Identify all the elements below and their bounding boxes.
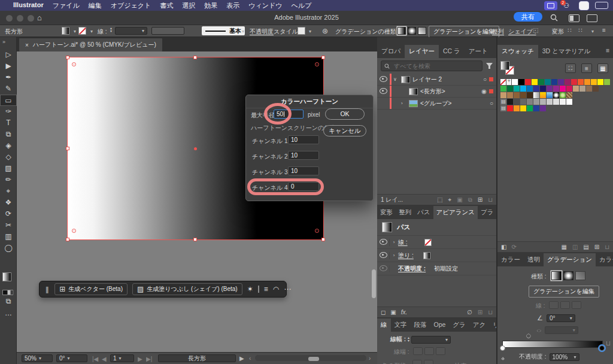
panel-tab[interactable]: CC ラ [439,45,465,58]
brush-definition-field[interactable]: 基本 [202,26,245,35]
color-swatch[interactable] [525,79,531,85]
color-swatch[interactable] [579,86,585,92]
panel-tab[interactable]: 変形 [377,206,396,219]
display-menu-icon[interactable] [595,2,608,9]
width-profile-field[interactable] [151,27,184,35]
arc-icon[interactable]: ◠ [273,285,279,293]
taskbar-menu-icon[interactable]: ≡ [264,285,268,293]
add-effect-icon[interactable]: fx. [401,309,408,316]
color-swatch[interactable] [566,86,572,92]
rotate-tool[interactable]: ⟳ [0,208,17,220]
menu-item[interactable]: 編集 [89,1,102,10]
color-swatch[interactable] [553,92,559,98]
panel-layout-icon[interactable] [587,14,597,22]
color-swatch[interactable] [547,86,553,92]
menu-item[interactable]: 表示 [226,1,239,10]
channel-field[interactable]: 10 [288,151,319,160]
color-swatch[interactable] [545,79,551,85]
style-swatch[interactable] [298,27,305,35]
delete-item-icon[interactable]: ⊔ [488,309,493,316]
new-swatch-icon[interactable]: ⊞ [594,244,599,250]
swatch-options-icon[interactable]: ◫ [572,244,578,250]
generate-vector-button[interactable]: ⊞生成ベクター (Beta) [54,283,128,295]
menu-item[interactable]: オブジェクト [111,1,151,10]
color-swatch[interactable] [560,99,566,105]
panel-tab[interactable]: 段落 [411,318,430,332]
stroke-along-button[interactable] [560,301,570,309]
color-swatch[interactable] [527,105,533,111]
color-swatch[interactable] [514,86,520,92]
align-link[interactable]: 整列 [492,28,504,36]
panel-tab[interactable]: スウォッチ [497,45,538,58]
color-swatch[interactable] [520,86,526,92]
expand-toolbar-icon[interactable]: » [0,37,16,47]
menu-item[interactable]: ウィンドウ [248,1,282,10]
status-display-field[interactable]: 長方形 [158,354,236,362]
opacity-row-label[interactable]: 不透明度 : [398,265,426,273]
miter-join-button[interactable] [412,360,422,364]
zoom-level-field[interactable]: 50%▾ [22,354,53,362]
clear-appearance-icon[interactable]: ∅ [467,309,472,316]
toolbar-fill-swatch[interactable] [2,272,11,281]
projecting-cap-button[interactable] [436,347,445,355]
appearance-fill-row[interactable]: › 塗り : [377,249,496,262]
panel-tab[interactable]: レイヤー [405,45,439,58]
grid-view-icon[interactable]: ▦ [597,63,608,73]
artboard-number-field[interactable]: 1▾ [110,354,134,362]
collect-export-icon[interactable]: ⬚ [437,196,442,204]
expand-chevron-icon[interactable]: ∨ [393,77,401,82]
visibility-eye-icon[interactable] [377,239,390,246]
horizontal-scrollbar-thumb[interactable] [308,357,319,361]
stroke-width-stepper[interactable]: ▴▾ [408,336,409,342]
aspect-ratio-field[interactable]: ▾ [545,326,578,334]
pen-tool[interactable]: ✒ [0,72,17,83]
shape-builder-tool[interactable]: ◇ [0,151,17,163]
expand-chevron-icon[interactable]: › [390,239,398,245]
color-swatch[interactable] [578,79,584,85]
panel-tab[interactable]: 整列 [396,206,414,219]
target-circle-icon[interactable]: ○ [483,76,487,83]
color-swatch[interactable] [507,105,513,111]
color-swatch[interactable] [514,105,520,111]
arrange-icon[interactable]: ∷ [578,27,582,34]
handle-top-right[interactable] [321,56,325,59]
menu-item[interactable]: ヘルプ [292,1,312,10]
layer-name[interactable]: <グループ> [420,99,451,108]
color-swatch[interactable] [500,86,506,92]
panel-tab[interactable]: カラーガイ [596,253,613,266]
taskbar-drag-handle[interactable]: ❚ [44,286,50,293]
handle-bottom-center[interactable] [193,238,197,241]
stroke-none-swatch[interactable] [424,239,432,246]
next-artboard-icon[interactable]: ▶ [138,356,142,362]
layer-name[interactable]: レイヤー 2 [412,75,442,84]
color-swatch[interactable] [591,79,597,85]
blend-tool[interactable]: ❖ [0,197,17,208]
chat-app-icon[interactable] [579,1,589,10]
stroke-row-label[interactable]: 線 : [398,238,408,247]
color-swatch[interactable] [547,99,553,105]
workspace-switcher-icon[interactable] [569,14,579,22]
document-tab[interactable]: × ハーフトーン.ai* @ 50 % (CMYK/プレビュー) [19,38,162,51]
document-setup-icon[interactable]: ⊛ [322,27,328,35]
fill-proxy-swatch[interactable] [500,61,509,70]
visibility-eye-icon[interactable] [377,252,390,259]
status-expand-icon[interactable]: ▶ [239,355,244,362]
stroke-width-field[interactable]: ▾ [411,336,451,344]
rotation-field[interactable]: 0°▾ [56,354,87,362]
make-mask-icon[interactable]: ▣ [457,196,462,204]
corner-widget-bottom-right[interactable] [315,229,319,233]
freeform-gradient-button[interactable] [575,271,585,280]
color-swatch[interactable] [566,92,572,98]
swatch-libraries-icon[interactable]: ◧ [501,244,506,250]
color-swatch[interactable] [573,86,579,92]
selection-tool[interactable]: ▷ [0,49,17,60]
stroke-weight-stepper[interactable]: ▴▾ [110,27,112,33]
generate-fill-button[interactable]: ▨生成塗りつぶし (シェイプ) (Beta) [132,283,242,295]
swatch-group-folder-icon[interactable]: ▤ [500,99,506,105]
expand-chevron-icon[interactable]: › [393,101,409,106]
color-swatch[interactable] [571,79,577,85]
color-swatch[interactable] [532,79,538,85]
gradient-stop-white[interactable] [500,345,505,351]
max-radius-field[interactable]: 50 [274,110,304,119]
eraser-tool[interactable]: ◈ [0,140,17,151]
